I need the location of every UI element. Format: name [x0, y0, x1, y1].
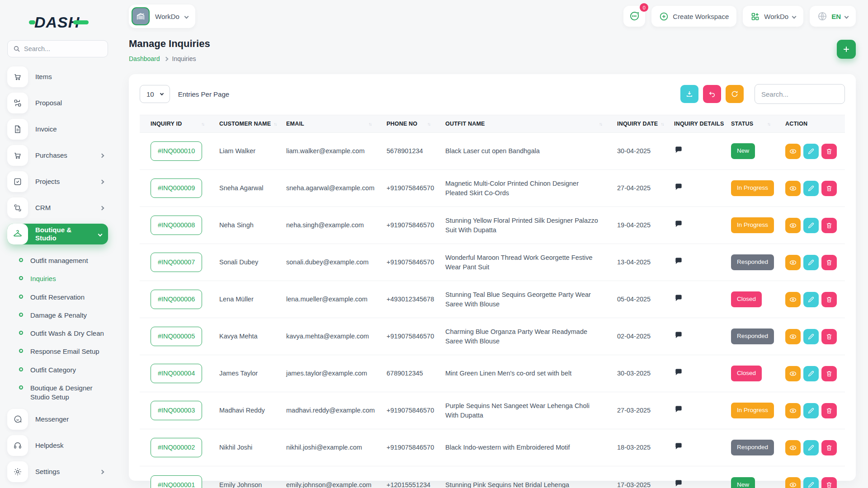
language-button[interactable]: EN	[810, 6, 856, 27]
sidebar-item-proposal[interactable]: Proposal	[7, 93, 108, 113]
inquiry-details-chat-icon[interactable]	[674, 442, 683, 453]
status-badge[interactable]: In Progress	[731, 180, 774, 196]
view-button[interactable]	[785, 477, 801, 488]
edit-button[interactable]	[803, 329, 819, 344]
inquiry-id-pill[interactable]: #INQ000006	[151, 290, 202, 309]
sidebar-subitem-boutique-designer-studio-setup[interactable]: Boutique & Designer Studio Setup	[7, 379, 108, 407]
sidebar-item-helpdesk[interactable]: Helpdesk	[7, 435, 108, 456]
sidebar-item-boutique-studio[interactable]: Boutique & Studio	[7, 224, 108, 244]
edit-button[interactable]	[803, 292, 819, 307]
sidebar-subitem-outfit-management[interactable]: Outfit management	[7, 252, 108, 270]
messages-button[interactable]: 0	[623, 6, 645, 27]
inquiry-details-chat-icon[interactable]	[674, 183, 683, 194]
view-button[interactable]	[785, 218, 801, 233]
sidebar-item-settings[interactable]: Settings	[7, 461, 108, 482]
status-badge[interactable]: New	[731, 143, 755, 159]
undo-button[interactable]	[703, 85, 721, 103]
dash-logo[interactable]: DASH	[7, 10, 108, 40]
inquiry-id-pill[interactable]: #INQ000002	[151, 438, 202, 457]
edit-button[interactable]	[803, 440, 819, 455]
column-header[interactable]: INQUIRY DETAILS	[663, 121, 720, 127]
column-header[interactable]: INQUIRY ID ↑↓	[140, 121, 208, 127]
status-badge[interactable]: Responded	[731, 254, 774, 270]
sort-icon[interactable]: ↑↓	[368, 122, 371, 127]
inquiry-id-pill[interactable]: #INQ000003	[151, 401, 202, 420]
delete-button[interactable]	[821, 403, 837, 418]
sort-icon[interactable]: ↑↓	[767, 122, 770, 127]
delete-button[interactable]	[821, 440, 837, 455]
view-button[interactable]	[785, 144, 801, 159]
sort-icon[interactable]: ↑↓	[201, 122, 204, 127]
inquiry-id-pill[interactable]: #INQ000009	[151, 178, 202, 197]
status-badge[interactable]: In Progress	[731, 217, 774, 233]
create-workspace-button[interactable]: Create Workspace	[651, 6, 736, 27]
inquiry-details-chat-icon[interactable]	[674, 405, 683, 416]
edit-button[interactable]	[803, 477, 819, 488]
view-button[interactable]	[785, 292, 801, 307]
edit-button[interactable]	[803, 181, 819, 196]
sidebar-subitem-outfit-reservation[interactable]: Outfit Reservation	[7, 288, 108, 306]
inquiry-details-chat-icon[interactable]	[674, 368, 683, 379]
sidebar-subitem-outfit-category[interactable]: Outfit Category	[7, 361, 108, 379]
delete-button[interactable]	[821, 255, 837, 270]
inquiry-details-chat-icon[interactable]	[674, 257, 683, 268]
inquiry-id-pill[interactable]: #INQ000008	[151, 216, 202, 235]
view-button[interactable]	[785, 403, 801, 418]
status-badge[interactable]: In Progress	[731, 403, 774, 418]
column-header[interactable]: EMAIL ↑↓	[275, 121, 376, 127]
sidebar-item-messenger[interactable]: Messenger	[7, 409, 108, 430]
workdo-menu-button[interactable]: WorkDo	[743, 6, 803, 27]
export-button[interactable]	[680, 85, 698, 103]
status-badge[interactable]: New	[731, 477, 755, 488]
delete-button[interactable]	[821, 218, 837, 233]
sidebar-search[interactable]	[7, 40, 108, 57]
column-header[interactable]: ACTION	[774, 121, 845, 127]
view-button[interactable]	[785, 255, 801, 270]
edit-button[interactable]	[803, 218, 819, 233]
inquiry-details-chat-icon[interactable]	[674, 479, 683, 488]
column-header[interactable]: INQUIRY DATE ↑↓	[606, 121, 663, 127]
sidebar-item-purchases[interactable]: Purchases	[7, 145, 108, 166]
view-button[interactable]	[785, 366, 801, 381]
inquiry-id-pill[interactable]: #INQ000010	[151, 141, 202, 160]
inquiry-id-pill[interactable]: #INQ000007	[151, 253, 202, 272]
sort-icon[interactable]: ↑↓	[427, 122, 430, 127]
workspace-switcher[interactable]: WorkDo	[129, 5, 195, 28]
status-badge[interactable]: Responded	[731, 440, 774, 455]
view-button[interactable]	[785, 181, 801, 196]
inquiry-id-pill[interactable]: #INQ000001	[151, 475, 202, 488]
inquiry-id-pill[interactable]: #INQ000004	[151, 364, 202, 383]
table-search-input[interactable]	[761, 90, 838, 98]
column-header[interactable]: PHONE NO ↑↓	[376, 121, 434, 127]
sort-icon[interactable]: ↑↓	[599, 122, 602, 127]
sidebar-search-input[interactable]	[24, 45, 102, 52]
sidebar-item-invoice[interactable]: Invoice	[7, 119, 108, 140]
status-badge[interactable]: Closed	[731, 366, 762, 381]
delete-button[interactable]	[821, 144, 837, 159]
sidebar-item-items[interactable]: Items	[7, 66, 108, 87]
add-inquiry-button[interactable]	[837, 40, 856, 59]
inquiry-details-chat-icon[interactable]	[674, 294, 683, 305]
column-header[interactable]: OUTFIT NAME ↑↓	[434, 121, 606, 127]
sidebar-subitem-outfit-wash-dry-clean[interactable]: Outfit Wash & Dry Clean	[7, 324, 108, 343]
entries-per-page-select[interactable]: 10	[140, 85, 170, 103]
edit-button[interactable]	[803, 255, 819, 270]
refresh-button[interactable]	[726, 85, 744, 103]
inquiry-id-pill[interactable]: #INQ000005	[151, 327, 202, 346]
sidebar-subitem-inquiries[interactable]: Inquiries	[7, 270, 108, 288]
table-search[interactable]	[755, 84, 845, 104]
sidebar-item-projects[interactable]: Projects	[7, 171, 108, 192]
edit-button[interactable]	[803, 366, 819, 381]
column-header[interactable]: CUSTOMER NAME ↑↓	[208, 121, 275, 127]
column-header[interactable]: STATUS ↑↓	[720, 121, 774, 127]
status-badge[interactable]: Closed	[731, 291, 762, 307]
delete-button[interactable]	[821, 329, 837, 344]
delete-button[interactable]	[821, 366, 837, 381]
view-button[interactable]	[785, 329, 801, 344]
edit-button[interactable]	[803, 403, 819, 418]
inquiry-details-chat-icon[interactable]	[674, 220, 683, 231]
delete-button[interactable]	[821, 181, 837, 196]
inquiry-details-chat-icon[interactable]	[674, 145, 683, 157]
breadcrumb-dashboard-link[interactable]: Dashboard	[129, 55, 160, 62]
view-button[interactable]	[785, 440, 801, 455]
